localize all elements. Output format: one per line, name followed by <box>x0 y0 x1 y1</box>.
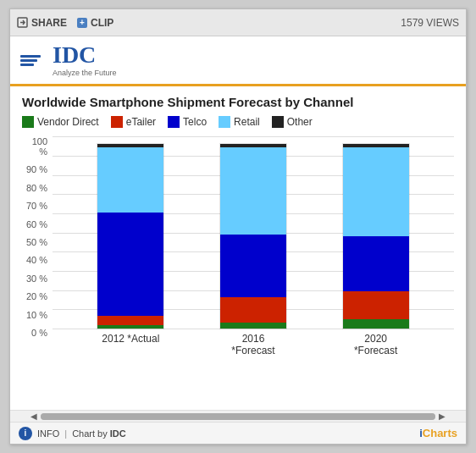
legend-color-swatch <box>111 116 123 128</box>
footer-left: i INFO | Chart by IDC <box>19 427 126 440</box>
idc-tagline: Analyze the Future <box>53 69 117 77</box>
bar-segment <box>343 236 409 291</box>
legend-item: Other <box>272 116 313 128</box>
idc-name: IDC <box>53 43 117 67</box>
idc-line-3 <box>20 64 34 66</box>
scrollbar-thumb[interactable] <box>41 413 435 420</box>
legend-item-label: eTailer <box>126 116 156 128</box>
bar-segment <box>97 316 163 325</box>
clip-icon: + <box>77 18 87 28</box>
info-label[interactable]: INFO <box>37 428 59 439</box>
bar-segment <box>97 213 163 316</box>
y-axis-label: 70 % <box>22 201 47 211</box>
y-axis-label: 20 % <box>22 291 47 301</box>
idc-header: IDC Analyze the Future <box>10 36 466 86</box>
bar-segment <box>220 297 286 323</box>
footer-separator: | <box>64 428 67 439</box>
legend-color-swatch <box>219 116 230 128</box>
y-axis-label: 90 % <box>22 164 47 174</box>
y-axis-label: 30 % <box>22 273 47 284</box>
bar-segment <box>343 291 409 319</box>
clip-button[interactable]: + CLIP <box>77 17 113 29</box>
idc-logo-text: IDC Analyze the Future <box>53 43 117 77</box>
y-axis-label: 60 % <box>22 219 47 229</box>
legend-item-label: Vendor Direct <box>37 116 99 128</box>
legend-color-swatch <box>168 116 180 128</box>
scroll-left-arrow[interactable]: ◀ <box>27 412 41 421</box>
legend-item: eTailer <box>111 116 156 128</box>
legend-item-label: Other <box>287 116 313 128</box>
bar-group <box>219 143 287 329</box>
widget-container: SHARE + CLIP 1579 VIEWS IDC Analyze the … <box>9 8 467 445</box>
idc-line-1 <box>20 55 41 58</box>
clip-label: CLIP <box>91 17 113 29</box>
idc-logo: IDC Analyze the Future <box>20 43 117 77</box>
chart-legend: Vendor DirecteTailerTelcoRetailOther <box>22 116 454 128</box>
chart-by-label: Chart by IDC <box>72 428 126 439</box>
legend-item-label: Retail <box>234 116 260 128</box>
toolbar-left: SHARE + CLIP <box>17 17 113 29</box>
legend-color-swatch <box>272 116 284 128</box>
y-axis-label: 40 % <box>22 255 47 265</box>
legend-item: Telco <box>168 116 207 128</box>
grid-and-bars <box>53 136 454 329</box>
share-label: SHARE <box>31 17 67 29</box>
bar-segment <box>220 323 286 329</box>
bar-segment <box>220 147 286 234</box>
y-axis-label: 0 % <box>22 328 47 338</box>
legend-color-swatch <box>22 116 34 128</box>
share-icon <box>17 17 28 28</box>
y-axis-label: 80 % <box>22 183 47 193</box>
icharts-brand: iCharts <box>419 427 457 439</box>
legend-item: Vendor Direct <box>22 116 99 128</box>
idc-lines-icon <box>20 55 41 66</box>
bar <box>97 143 164 329</box>
bars-area: 2012 *Actual2016 *Forecast2020 *Forecast <box>53 136 454 356</box>
scrollbar-area: ◀ ▶ <box>10 410 466 422</box>
y-axis-label: 50 % <box>22 237 47 247</box>
info-icon[interactable]: i <box>19 427 32 440</box>
legend-item: Retail <box>219 116 260 128</box>
bar-segment <box>343 147 409 236</box>
y-axis: 0 %10 %20 %30 %40 %50 %60 %70 %80 %90 %1… <box>22 136 53 356</box>
chart-title: Worldwide Smartphone Shipment Forecast b… <box>22 95 454 109</box>
bar-segment <box>220 235 286 297</box>
legend-item-label: Telco <box>183 116 207 128</box>
y-axis-label: 10 % <box>22 310 47 320</box>
bars-row <box>53 136 454 329</box>
bar-segment <box>97 325 163 329</box>
bar-group <box>342 143 410 329</box>
views-count: 1579 VIEWS <box>401 17 459 29</box>
x-axis-label: 2020 *Forecast <box>342 333 410 356</box>
x-axis-label: 2012 *Actual <box>97 333 164 356</box>
bar <box>342 143 410 329</box>
idc-line-2 <box>20 59 37 62</box>
share-button[interactable]: SHARE <box>17 17 67 29</box>
bar-segment <box>343 319 409 329</box>
bar-segment <box>97 147 163 212</box>
x-axis-label: 2016 *Forecast <box>219 333 287 356</box>
bar-group <box>97 143 164 329</box>
chart-area: Worldwide Smartphone Shipment Forecast b… <box>10 86 466 410</box>
bar <box>219 143 287 329</box>
bar-chart: 0 %10 %20 %30 %40 %50 %60 %70 %80 %90 %1… <box>22 136 454 356</box>
icharts-text: Charts <box>423 427 457 439</box>
scrollbar-track[interactable] <box>41 413 435 420</box>
x-labels: 2012 *Actual2016 *Forecast2020 *Forecast <box>53 329 454 356</box>
y-axis-label: 100 % <box>22 136 47 157</box>
scroll-right-arrow[interactable]: ▶ <box>435 412 449 421</box>
toolbar: SHARE + CLIP 1579 VIEWS <box>10 9 466 36</box>
footer: i INFO | Chart by IDC iCharts <box>10 422 466 444</box>
